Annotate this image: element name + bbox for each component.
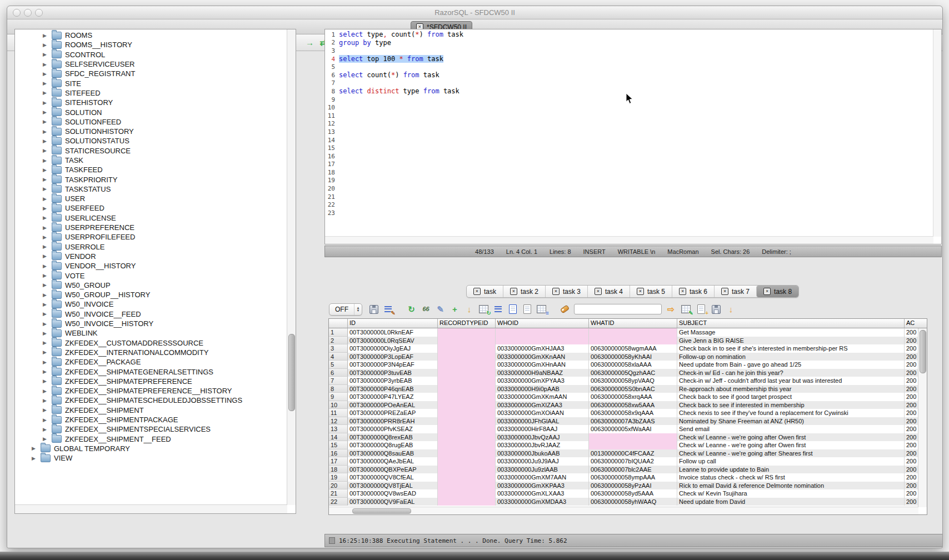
disclosure-triangle-icon[interactable]: ▶ [43, 340, 49, 346]
table-row[interactable]: 1300T3000000PfvKSEAZ0033000000HirF8AAJ00… [329, 425, 927, 433]
save-results-icon[interactable] [368, 303, 379, 315]
row-number-cell[interactable]: 2 [329, 337, 348, 345]
tree-item[interactable]: ▶W50_GROUP [15, 281, 287, 290]
editor-line[interactable]: 1select type, count(*) from task [325, 31, 933, 39]
table-row[interactable]: 1600T3000000Q8sauEAB0033000000JbukoAAB00… [329, 449, 927, 458]
table-cell[interactable] [438, 353, 496, 361]
tree-item[interactable]: ▶TASKSTATUS [15, 184, 287, 194]
table-cell[interactable]: 006300000058ypVAAQ [589, 377, 677, 385]
tab-close-icon[interactable]: × [552, 288, 560, 295]
table-cell[interactable]: 00T3000000P3yrbEAB [348, 377, 438, 385]
table-row[interactable]: 2200T3000000QV9FaEAL0033000000GmXMDAA300… [329, 498, 927, 506]
row-number-cell[interactable]: 15 [329, 441, 348, 449]
edit-record-icon[interactable]: ✎ [434, 303, 446, 315]
disclosure-triangle-icon[interactable]: ▶ [43, 109, 49, 115]
disclosure-triangle-icon[interactable]: ▶ [43, 407, 49, 413]
table-cell[interactable]: Nominated by Shane Freeman at ANZ (HR50) [677, 417, 905, 426]
editor-line[interactable]: 13 [325, 128, 933, 136]
table-cell[interactable] [438, 441, 496, 449]
tree-scrollbar-thumb[interactable] [288, 334, 295, 411]
table-cell[interactable]: 00T3000000QV8TjEAL [348, 482, 438, 490]
table-cell[interactable] [438, 457, 496, 466]
table-row[interactable]: 1800T3000000QBXPeEAP0033000000Ju9zlAAB00… [329, 466, 927, 474]
table-cell[interactable]: Need update from Bain - gave go ahead 1/… [677, 361, 905, 369]
table-cell[interactable]: 00630000005xfWaAAI [589, 425, 677, 433]
disclosure-triangle-icon[interactable]: ▶ [43, 71, 49, 77]
disclosure-triangle-icon[interactable]: ▶ [43, 42, 49, 48]
doc-view-icon[interactable] [507, 303, 518, 315]
table-cell[interactable] [438, 409, 496, 417]
editor-line[interactable]: 14 [325, 136, 933, 144]
disclosure-triangle-icon[interactable]: ▶ [43, 167, 49, 173]
table-cell[interactable]: 006300000058yPzAAI [589, 482, 677, 490]
table-cell[interactable]: 00630000007blc2AAE [589, 466, 677, 474]
disclosure-triangle-icon[interactable]: ▶ [43, 292, 49, 298]
disclosure-triangle-icon[interactable]: ▶ [43, 138, 49, 144]
tab-close-icon[interactable]: × [473, 288, 481, 295]
editor-line[interactable]: 6select count(*) from task [325, 71, 933, 79]
editor-line[interactable]: 12 [325, 120, 933, 128]
table-cell[interactable]: 00T3000000QV8wsEAD [348, 489, 438, 498]
table-cell[interactable]: 00T3000000L0RqSEAV [348, 337, 438, 345]
table-cell[interactable]: Check w/ Leanne - we're going after Owen… [677, 441, 905, 449]
table-cell[interactable]: 006300000058yhWAAQ [589, 498, 677, 506]
editor-line[interactable]: 18 [325, 168, 933, 177]
column-header-whoid[interactable]: WHOID [496, 319, 589, 328]
go-icon[interactable]: → [304, 37, 316, 48]
table-cell[interactable] [496, 337, 589, 345]
tree-item[interactable]: ▶USERPREFERENCE [15, 223, 287, 232]
table-cell[interactable]: 0033000000H9aNBAAZ [496, 369, 589, 377]
table-cell[interactable]: 0033000000GmXLXAA3 [496, 489, 589, 498]
tree-item[interactable]: ▶ZKFEDEX__SHIPMATEPREFERENCE [15, 377, 287, 386]
editor-line[interactable]: 21 [325, 193, 933, 201]
table-row[interactable]: 500T3000000P3N4pEAF0033000000GmXHnAAN006… [329, 361, 927, 369]
table-cell[interactable]: 00630000005QgzhAAC [589, 369, 677, 377]
disclosure-triangle-icon[interactable]: ▶ [43, 302, 49, 307]
grid-vscrollbar-thumb[interactable] [920, 330, 926, 373]
disclosure-triangle-icon[interactable]: ▶ [43, 436, 49, 442]
table-cell[interactable]: 00630000005S0bnAAC [589, 385, 677, 393]
disclosure-triangle-icon[interactable]: ▶ [43, 100, 49, 106]
result-tab[interactable]: ×task 2 [503, 286, 545, 297]
table-row[interactable]: 900T3000000P47LYEAZ0033000000GmXKmAAN006… [329, 393, 927, 401]
table-cell[interactable]: 00T3000000Q8rugEAB [348, 441, 438, 449]
table-cell[interactable]: 0033000000Ju9zlAAB [496, 466, 589, 474]
column-header-whatid[interactable]: WHATID [589, 319, 677, 328]
row-number-cell[interactable]: 11 [329, 409, 348, 417]
disclosure-triangle-icon[interactable]: ▶ [43, 369, 49, 374]
row-number-cell[interactable]: 8 [329, 385, 348, 393]
tree-item[interactable]: ▶USERPROFILEFEED [15, 232, 287, 242]
table-cell[interactable]: 006300000058wgmAAA [589, 344, 677, 353]
copy-row-icon[interactable]: ≡ [536, 303, 547, 315]
table-row[interactable]: 1900T3000000QV8CfEAL0033000000GmXM7AAN00… [329, 473, 927, 482]
table-cell[interactable]: 006300000058xw5AAA [589, 401, 677, 409]
table-cell[interactable]: Check w/ Kevin Tsujihara [677, 489, 905, 498]
table-cell[interactable]: 00T3000000QAeJbEAL [348, 457, 438, 466]
table-cell[interactable]: 00T3000000QV8CfEAL [348, 473, 438, 482]
table-cell[interactable]: 00T3000000P47LYEAZ [348, 393, 438, 401]
tree-item[interactable]: ▶TASKFEED [15, 165, 287, 174]
table-cell[interactable]: 0033000000JbvQzAAJ [496, 433, 589, 442]
table-cell[interactable]: 00T3000000P46qnEAB [348, 385, 438, 393]
tree-item[interactable]: ▶SITEHISTORY [15, 98, 287, 107]
table-cell[interactable]: 00T3000000PfvKSEAZ [348, 425, 438, 433]
table-cell[interactable]: Invoice status check - check w/ RS first [677, 473, 905, 482]
disclosure-triangle-icon[interactable]: ▶ [43, 378, 49, 384]
table-row[interactable]: 400T3000000P3LopEAF0033000000GmXKnAAN006… [329, 353, 927, 361]
editor-line[interactable]: 4select top 100 * from task [325, 55, 933, 63]
row-number-cell[interactable]: 9 [329, 393, 348, 401]
table-cell[interactable] [589, 441, 677, 449]
disclosure-triangle-icon[interactable]: ▶ [43, 427, 49, 432]
table-cell[interactable]: 0033000000JbvRJAAZ [496, 441, 589, 449]
tree-item[interactable]: ▶VENDOR__HISTORY [15, 261, 287, 271]
row-number-cell[interactable]: 16 [329, 449, 348, 458]
table-row[interactable]: 2100T3000000QV8wsEAD0033000000GmXLXAA300… [329, 489, 927, 498]
disclosure-triangle-icon[interactable]: ▶ [43, 388, 49, 394]
editor-line[interactable]: 2group by type [325, 39, 933, 47]
disclosure-triangle-icon[interactable]: ▶ [43, 52, 49, 57]
tree-item[interactable]: ▶ZKFEDEX__SHIPMENT [15, 406, 287, 415]
table-row[interactable]: 600T3000000P3tuvEAB0033000000H9aNBAAZ006… [329, 369, 927, 377]
tree-item[interactable]: ▶SITEFEED [15, 88, 287, 98]
tree-item[interactable]: ▶SOLUTIONHISTORY [15, 127, 287, 136]
row-number-cell[interactable]: 18 [329, 466, 348, 474]
